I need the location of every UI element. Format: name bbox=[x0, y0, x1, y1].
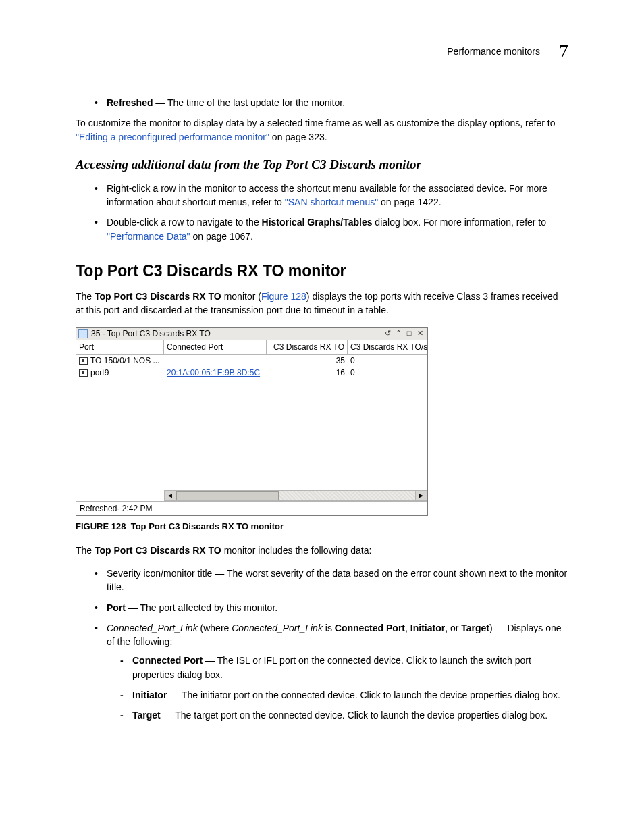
scroll-track[interactable] bbox=[176, 490, 415, 501]
inc-t1: The bbox=[76, 545, 95, 556]
collapse-icon[interactable]: ⌃ bbox=[393, 329, 404, 338]
cpl-t1: (where bbox=[198, 623, 232, 633]
cell-c3: 35 bbox=[267, 355, 348, 367]
init-label: Initiator bbox=[132, 689, 167, 700]
severity-icon bbox=[78, 329, 88, 338]
cell-connected bbox=[164, 355, 267, 367]
cell-port: port9 bbox=[76, 367, 164, 379]
figure-text: Top Port C3 Discards RX TO monitor bbox=[131, 521, 284, 531]
refresh-icon[interactable]: ↺ bbox=[382, 329, 393, 338]
figure-label: FIGURE 128 bbox=[76, 521, 126, 531]
col-c3-discards[interactable]: C3 Discards RX TO bbox=[267, 340, 348, 354]
severity-text: Severity icon/monitor title — The worst … bbox=[107, 568, 567, 592]
section1-bullet-list: Right-click a row in the monitor to acce… bbox=[95, 182, 568, 243]
cpl-i2: Connected_Port_Link bbox=[232, 623, 323, 633]
cpl-i1: Connected_Port_Link bbox=[107, 623, 198, 633]
sub-initiator: Initiator — The initiator port on the co… bbox=[120, 688, 568, 702]
inc-bold: Top Port C3 Discards RX TO bbox=[95, 545, 221, 556]
cell-c3: 16 bbox=[267, 367, 348, 379]
port-desc: — The port affected by this monitor. bbox=[126, 602, 277, 613]
inc-t2: monitor includes the following data: bbox=[221, 545, 372, 556]
sub-connected-port: Connected Port — The ISL or IFL port on … bbox=[120, 654, 568, 681]
monitor-title-toolbar: ↺ ⌃ □ ✕ bbox=[382, 329, 425, 338]
port-label: Port bbox=[107, 602, 126, 613]
figure-128-link[interactable]: Figure 128 bbox=[261, 291, 306, 302]
refreshed-label: Refreshed bbox=[107, 97, 153, 108]
port-text: port9 bbox=[90, 368, 109, 377]
tgt-desc: — The target port on the connected devic… bbox=[161, 710, 547, 721]
section2-intro: The Top Port C3 Discards RX TO monitor (… bbox=[76, 290, 568, 317]
rc-t2: on page 1422. bbox=[378, 197, 441, 207]
historical-graphs-label: Historical Graphs/Tables bbox=[262, 217, 373, 228]
li-port: Port — The port affected by this monitor… bbox=[95, 601, 568, 615]
accessing-additional-heading: Accessing additional data from the Top P… bbox=[76, 157, 568, 172]
top-port-c3-heading: Top Port C3 Discards RX TO monitor bbox=[76, 262, 568, 280]
cpl-c1: , bbox=[405, 623, 410, 633]
editing-preconfigured-link[interactable]: "Editing a preconfigured performance mon… bbox=[76, 132, 269, 142]
col-connected-port[interactable]: Connected Port bbox=[164, 340, 267, 354]
table-row[interactable]: port9 20:1A:00:05:1E:9B:8D:5C 16 0 bbox=[76, 367, 427, 379]
port-icon bbox=[79, 357, 88, 365]
monitor-titlebar: 35 - Top Port C3 Discards RX TO ↺ ⌃ □ ✕ bbox=[76, 328, 427, 340]
close-icon[interactable]: ✕ bbox=[414, 329, 425, 338]
header-chapter-number: 7 bbox=[559, 41, 568, 62]
s2-t1: The bbox=[76, 291, 95, 302]
page: Performance monitors 7 Refreshed — The t… bbox=[0, 0, 644, 834]
cpl-b3: Target bbox=[461, 623, 489, 633]
refreshed-desc: — The time of the last update for the mo… bbox=[153, 97, 345, 108]
sub-list: Connected Port — The ISL or IFL port on … bbox=[120, 654, 568, 722]
cpl-t2: is bbox=[323, 623, 335, 633]
monitor-title-left: 35 - Top Port C3 Discards RX TO bbox=[78, 329, 211, 338]
monitor-title-text: 35 - Top Port C3 Discards RX TO bbox=[91, 329, 211, 338]
cpl-b1: Connected Port bbox=[335, 623, 405, 633]
figure-caption: FIGURE 128 Top Port C3 Discards RX TO mo… bbox=[76, 521, 568, 531]
col-c3-discards-sec[interactable]: C3 Discards RX TO/sec bbox=[348, 340, 427, 354]
maximize-icon[interactable]: □ bbox=[404, 329, 414, 338]
tgt-label: Target bbox=[132, 710, 161, 721]
col-port[interactable]: Port bbox=[76, 340, 164, 354]
monitor-scrollbar[interactable]: ◄ ► bbox=[76, 490, 427, 501]
figure-128: 35 - Top Port C3 Discards RX TO ↺ ⌃ □ ✕ … bbox=[76, 327, 568, 516]
table-row[interactable]: TO 150/0/1 NOS ... 35 0 bbox=[76, 355, 427, 367]
cpl-b2: Initiator bbox=[410, 623, 445, 633]
scroll-right-arrow-icon[interactable]: ► bbox=[415, 490, 427, 501]
page-header: Performance monitors 7 bbox=[76, 41, 568, 62]
dc-t3: on page 1067. bbox=[190, 231, 253, 242]
san-shortcut-link[interactable]: "SAN shortcut menus" bbox=[285, 197, 378, 207]
performance-data-link[interactable]: "Performance Data" bbox=[107, 231, 190, 242]
bullet-rightclick: Right-click a row in the monitor to acce… bbox=[95, 182, 568, 209]
customize-t2: on page 323. bbox=[269, 132, 327, 142]
bullet-refreshed: Refreshed — The time of the last update … bbox=[95, 96, 568, 109]
port-text: TO 150/0/1 NOS ... bbox=[90, 356, 160, 365]
data-list: Severity icon/monitor title — The worst … bbox=[95, 567, 568, 723]
cpl-c2: , or bbox=[445, 623, 461, 633]
li-severity: Severity icon/monitor title — The worst … bbox=[95, 567, 568, 594]
monitor-status-bar: Refreshed- 2:42 PM bbox=[76, 501, 427, 515]
li-connected-port-link: Connected_Port_Link (where Connected_Por… bbox=[95, 621, 568, 723]
scroll-thumb[interactable] bbox=[176, 491, 279, 500]
dc-t1: Double-click a row to navigate to the bbox=[107, 217, 262, 228]
connected-port-link[interactable]: 20:1A:00:05:1E:9B:8D:5C bbox=[167, 368, 260, 377]
s2-bold: Top Port C3 Discards RX TO bbox=[95, 291, 221, 302]
init-desc: — The initiator port on the connected de… bbox=[167, 689, 560, 700]
cell-c3sec: 0 bbox=[348, 367, 427, 379]
port-icon bbox=[79, 369, 88, 377]
bullet-doubleclick: Double-click a row to navigate to the Hi… bbox=[95, 215, 568, 243]
customize-paragraph: To customize the monitor to display data… bbox=[76, 116, 568, 144]
monitor-window: 35 - Top Port C3 Discards RX TO ↺ ⌃ □ ✕ … bbox=[76, 327, 428, 516]
monitor-body: TO 150/0/1 NOS ... 35 0 port9 20:1A:00:0… bbox=[76, 355, 427, 490]
monitor-column-headers: Port Connected Port C3 Discards RX TO C3… bbox=[76, 340, 427, 355]
dc-t2: dialog box. For more information, refer … bbox=[372, 217, 546, 228]
s2-t2: monitor ( bbox=[221, 291, 261, 302]
scroll-left-arrow-icon[interactable]: ◄ bbox=[164, 490, 176, 501]
customize-t1: To customize the monitor to display data… bbox=[76, 118, 555, 128]
header-section: Performance monitors bbox=[447, 46, 540, 57]
includes-paragraph: The Top Port C3 Discards RX TO monitor i… bbox=[76, 544, 568, 557]
intro-bullet-list: Refreshed — The time of the last update … bbox=[95, 96, 568, 109]
cell-port: TO 150/0/1 NOS ... bbox=[76, 355, 164, 367]
cell-c3sec: 0 bbox=[348, 355, 427, 367]
scroll-spacer bbox=[76, 490, 164, 501]
sub-target: Target — The target port on the connecte… bbox=[120, 708, 568, 722]
cell-connected: 20:1A:00:05:1E:9B:8D:5C bbox=[164, 367, 267, 379]
cp-label: Connected Port bbox=[132, 655, 203, 666]
